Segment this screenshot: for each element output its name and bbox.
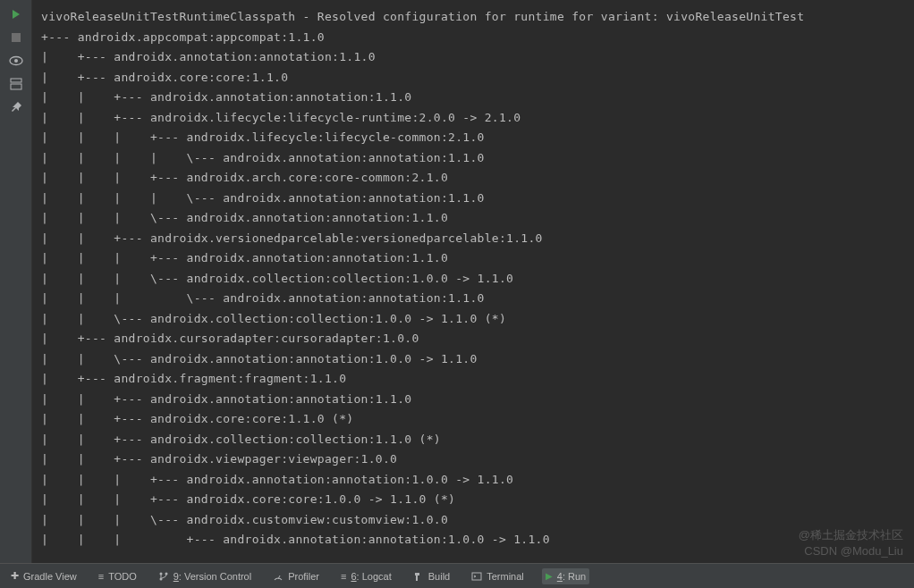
- run-label: 4: Run: [557, 571, 586, 582]
- version-control-label: 9: Version Control: [173, 571, 251, 582]
- terminal-tab[interactable]: Terminal: [468, 568, 528, 584]
- pin-icon[interactable]: [7, 100, 25, 114]
- svg-rect-0: [12, 33, 21, 42]
- branch-icon: [158, 571, 169, 582]
- console-output[interactable]: vivoReleaseUnitTestRuntimeClasspath - Re…: [32, 0, 914, 563]
- plus-icon: ✚: [11, 570, 19, 582]
- todo-label: TODO: [108, 571, 137, 582]
- terminal-icon: [471, 571, 482, 582]
- gauge-icon: [273, 571, 284, 582]
- bottom-tool-bar: ✚ Gradle View ≡ TODO 9: Version Control …: [0, 563, 914, 588]
- play-icon: ▶: [546, 571, 553, 581]
- svg-point-2: [14, 59, 18, 63]
- logcat-label: 6: Logcat: [351, 571, 391, 582]
- svg-rect-4: [11, 84, 21, 89]
- build-tab[interactable]: Build: [410, 568, 453, 584]
- profiler-tab[interactable]: Profiler: [269, 568, 323, 584]
- terminal-label: Terminal: [487, 571, 524, 582]
- gradle-view-label: Gradle View: [23, 571, 77, 582]
- version-control-tab[interactable]: 9: Version Control: [155, 568, 255, 584]
- profiler-label: Profiler: [288, 571, 319, 582]
- list-icon: ≡: [98, 571, 104, 582]
- view-icon[interactable]: [7, 54, 25, 68]
- gradle-view-tab[interactable]: ✚ Gradle View: [7, 567, 80, 584]
- svg-rect-3: [11, 79, 21, 82]
- layout-icon[interactable]: [7, 77, 25, 91]
- tool-sidebar: [0, 0, 32, 563]
- stop-icon[interactable]: [7, 30, 25, 45]
- logcat-icon: ≡: [341, 571, 346, 582]
- hammer-icon: [413, 571, 424, 582]
- build-label: Build: [428, 571, 450, 582]
- rerun-icon[interactable]: [7, 7, 25, 21]
- run-tab[interactable]: ▶ 4: Run: [542, 568, 589, 584]
- logcat-tab[interactable]: ≡ 6: Logcat: [337, 568, 395, 584]
- todo-tab[interactable]: ≡ TODO: [95, 568, 140, 584]
